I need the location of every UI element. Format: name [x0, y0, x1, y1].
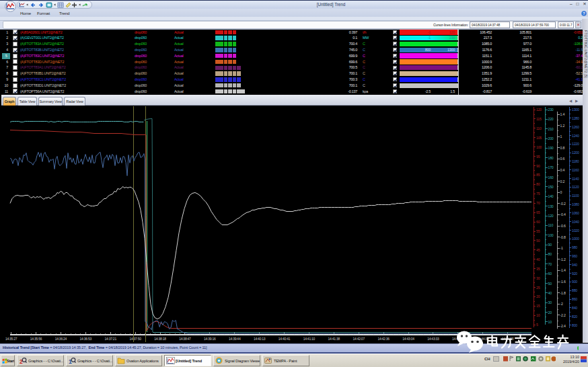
svg-text:60: 60 [548, 272, 552, 276]
svg-text:920: 920 [572, 272, 577, 276]
svg-text:1240: 1240 [572, 134, 579, 138]
svg-text:-1: -1 [560, 246, 564, 250]
svg-text:940: 940 [572, 263, 577, 267]
svg-text:110: 110 [548, 223, 554, 227]
svg-text:55: 55 [536, 229, 540, 233]
svg-text:-0.8: -0.8 [560, 235, 566, 239]
svg-text:-1.6: -1.6 [560, 280, 566, 284]
svg-text:90: 90 [536, 164, 540, 168]
svg-text:1080: 1080 [572, 202, 579, 206]
svg-text:100: 100 [536, 145, 542, 149]
svg-text:1060: 1060 [572, 211, 579, 215]
svg-text:65: 65 [536, 210, 540, 214]
svg-text:50: 50 [548, 282, 552, 286]
svg-text:210: 210 [548, 127, 554, 131]
svg-text:30: 30 [536, 276, 540, 280]
svg-text:14:36:53: 14:36:53 [80, 337, 92, 341]
svg-text:150: 150 [548, 185, 554, 189]
svg-text:160: 160 [548, 175, 554, 179]
svg-text:14:35:27: 14:35:27 [5, 337, 17, 341]
svg-text:14:38:18: 14:38:18 [154, 337, 166, 341]
svg-text:14:35:56: 14:35:56 [30, 337, 42, 341]
svg-text:190: 190 [548, 146, 554, 150]
svg-text:15: 15 [536, 304, 540, 308]
svg-text:1300: 1300 [572, 108, 579, 112]
svg-text:20: 20 [548, 311, 552, 315]
svg-text:100: 100 [548, 233, 554, 237]
svg-text:14:38:47: 14:38:47 [179, 337, 191, 341]
svg-text:1180: 1180 [572, 159, 579, 163]
svg-text:1200: 1200 [572, 151, 579, 155]
svg-text:20: 20 [536, 294, 540, 298]
svg-text:230: 230 [548, 108, 554, 112]
svg-text:200: 200 [548, 136, 554, 140]
svg-text:1120: 1120 [572, 185, 579, 189]
svg-text:1020: 1020 [572, 229, 579, 233]
svg-text:-1.2: -1.2 [560, 257, 566, 261]
svg-text:40: 40 [536, 257, 540, 261]
svg-text:1260: 1260 [572, 125, 579, 129]
svg-text:0.4: 0.4 [560, 168, 565, 172]
svg-text:14:42:07: 14:42:07 [353, 337, 365, 341]
svg-text:0.6: 0.6 [560, 157, 565, 161]
svg-text:14:36:24: 14:36:24 [55, 337, 67, 341]
svg-text:120: 120 [536, 108, 542, 112]
svg-text:50: 50 [536, 239, 540, 243]
svg-text:820: 820 [572, 315, 577, 319]
svg-text:960: 960 [572, 254, 577, 258]
svg-text:95: 95 [536, 155, 540, 159]
svg-text:0.8: 0.8 [560, 146, 565, 150]
svg-text:14:43:04: 14:43:04 [402, 337, 414, 341]
svg-text:1: 1 [560, 134, 562, 138]
svg-text:-1.4: -1.4 [560, 268, 566, 272]
svg-text:860: 860 [572, 297, 577, 301]
svg-text:1100: 1100 [572, 194, 579, 198]
svg-text:1220: 1220 [572, 142, 579, 146]
svg-text:80: 80 [536, 182, 540, 186]
svg-text:1140: 1140 [572, 177, 579, 181]
svg-text:14:37:21: 14:37:21 [104, 337, 116, 341]
svg-text:980: 980 [572, 245, 577, 249]
svg-text:1.2: 1.2 [560, 124, 565, 128]
svg-text:840: 840 [572, 306, 577, 310]
svg-text:105: 105 [536, 136, 542, 140]
svg-text:80: 80 [548, 252, 552, 256]
svg-text:-2.2: -2.2 [560, 313, 566, 317]
svg-text:110: 110 [536, 126, 542, 130]
svg-text:25: 25 [536, 286, 540, 290]
svg-text:1160: 1160 [572, 168, 579, 172]
svg-text:140: 140 [548, 194, 554, 198]
svg-text:10: 10 [536, 313, 540, 317]
svg-text:1000: 1000 [572, 237, 579, 241]
svg-text:14:40:13: 14:40:13 [254, 337, 266, 341]
svg-text:120: 120 [548, 214, 554, 218]
svg-text:-0.2: -0.2 [560, 202, 566, 206]
svg-text:-0.6: -0.6 [560, 224, 566, 228]
svg-text:14:39:44: 14:39:44 [229, 337, 241, 341]
svg-text:90: 90 [548, 243, 552, 247]
svg-text:0: 0 [560, 190, 562, 194]
svg-text:85: 85 [536, 173, 540, 177]
svg-text:-1.8: -1.8 [560, 291, 566, 295]
svg-text:130: 130 [548, 204, 554, 208]
svg-text:0.2: 0.2 [560, 179, 565, 184]
svg-text:180: 180 [548, 156, 554, 160]
svg-text:14:41:10: 14:41:10 [303, 337, 316, 341]
svg-text:14:39:16: 14:39:16 [204, 337, 216, 341]
svg-text:14:41:38: 14:41:38 [328, 337, 340, 341]
svg-text:35: 35 [536, 267, 540, 271]
svg-text:170: 170 [548, 165, 554, 169]
svg-text:70: 70 [548, 262, 552, 266]
svg-text:60: 60 [536, 220, 540, 224]
svg-text:75: 75 [536, 192, 540, 196]
svg-text:115: 115 [536, 117, 542, 121]
svg-text:30: 30 [548, 300, 552, 304]
svg-text:-0.4: -0.4 [560, 212, 566, 216]
svg-text:1040: 1040 [572, 220, 579, 224]
svg-text:880: 880 [572, 288, 577, 292]
svg-text:14:43:33: 14:43:33 [427, 337, 439, 341]
svg-text:40: 40 [548, 291, 552, 295]
svg-text:900: 900 [572, 280, 577, 284]
svg-text:45: 45 [536, 248, 540, 252]
svg-text:70: 70 [536, 201, 540, 205]
